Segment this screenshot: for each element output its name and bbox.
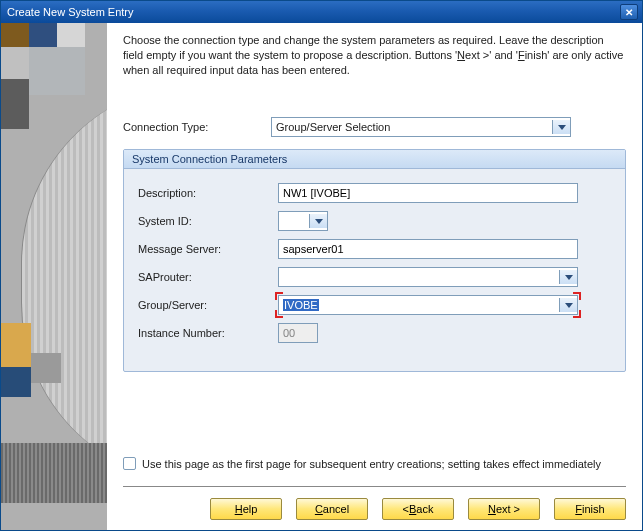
connection-type-label: Connection Type: — [123, 121, 271, 133]
group-server-value: IVOBE — [283, 299, 319, 311]
help-button[interactable]: Help — [210, 498, 282, 520]
connection-type-combo[interactable]: Group/Server Selection — [271, 117, 571, 137]
group-server-combo[interactable]: IVOBE — [278, 295, 578, 315]
system-id-combo[interactable] — [278, 211, 328, 231]
chevron-down-icon — [559, 270, 577, 284]
instance-number-input — [278, 323, 318, 343]
description-label: Description: — [138, 187, 278, 199]
groupbox-title: System Connection Parameters — [124, 150, 625, 169]
chevron-down-icon — [552, 120, 570, 134]
window-title: Create New System Entry — [7, 6, 620, 18]
intro-text: Choose the connection type and change th… — [123, 33, 626, 91]
first-page-checkbox[interactable] — [123, 457, 136, 470]
system-connection-groupbox: System Connection Parameters Description… — [123, 149, 626, 372]
saprouter-label: SAProuter: — [138, 271, 278, 283]
saprouter-combo[interactable] — [278, 267, 578, 287]
button-row: Help Cancel < Back Next > Finish — [123, 498, 626, 526]
content-area: Choose the connection type and change th… — [107, 23, 642, 530]
cancel-button[interactable]: Cancel — [296, 498, 368, 520]
description-input[interactable] — [278, 183, 578, 203]
titlebar: Create New System Entry ✕ — [1, 1, 642, 23]
first-page-checkbox-label: Use this page as the first page for subs… — [142, 458, 601, 470]
connection-type-value: Group/Server Selection — [276, 121, 390, 133]
next-button[interactable]: Next > — [468, 498, 540, 520]
system-id-label: System ID: — [138, 215, 278, 227]
message-server-input[interactable] — [278, 239, 578, 259]
close-icon: ✕ — [625, 7, 633, 18]
back-button[interactable]: < Back — [382, 498, 454, 520]
chevron-down-icon — [309, 214, 327, 228]
instance-number-label: Instance Number: — [138, 327, 278, 339]
close-button[interactable]: ✕ — [620, 4, 638, 20]
dialog-window: Create New System Entry ✕ Choose the con… — [0, 0, 643, 531]
group-server-label: Group/Server: — [138, 299, 278, 311]
finish-button[interactable]: Finish — [554, 498, 626, 520]
decorative-sidebar — [1, 23, 107, 530]
separator — [123, 486, 626, 488]
message-server-label: Message Server: — [138, 243, 278, 255]
